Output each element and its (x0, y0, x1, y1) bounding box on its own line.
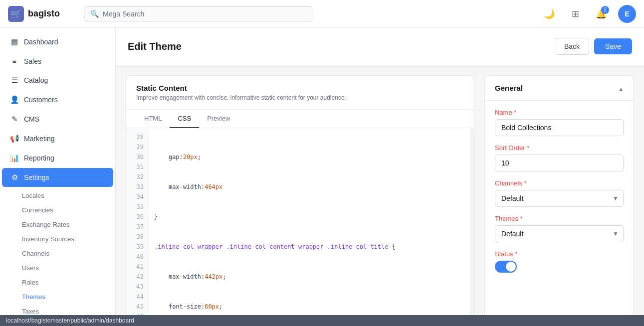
tab-html[interactable]: HTML (136, 110, 170, 128)
notification-badge: 2 (601, 6, 609, 14)
code-content[interactable]: gap:20px; max-width:464px } .inline-col-… (148, 128, 474, 315)
editor-tabs: HTML CSS Preview (126, 110, 474, 128)
sidebar-sub-menu: Locales Currencies Exchange Rates Invent… (0, 187, 115, 315)
name-input[interactable] (495, 119, 624, 136)
line-num-34: 34 (126, 192, 148, 202)
panel-collapse-icon[interactable] (619, 84, 624, 92)
line-num-31: 31 (126, 162, 148, 172)
sidebar-item-label: Catalog (24, 76, 48, 84)
sidebar-item-label: Customers (24, 96, 58, 104)
field-name: Name * (495, 109, 624, 136)
search-bar[interactable]: 🔍 (84, 6, 313, 21)
sales-icon: ≡ (10, 57, 19, 65)
sidebar-sub-taxes[interactable]: Taxes (0, 304, 115, 315)
sidebar-sub-inventory-sources[interactable]: Inventory Sources (0, 232, 115, 246)
line-num-29: 29 (126, 142, 148, 152)
notification-icon[interactable]: 🔔 2 (592, 5, 610, 23)
marketing-icon: 📢 (10, 134, 19, 143)
logo-text: bagisto (28, 8, 60, 19)
sidebar-item-label: Reporting (24, 154, 54, 162)
catalog-icon: ☰ (10, 76, 19, 85)
sidebar-item-label: Dashboard (24, 38, 58, 46)
panel-header: General (485, 76, 634, 101)
channels-select[interactable]: Default (495, 190, 624, 207)
line-num-30: 30 (126, 152, 148, 162)
status-toggle-wrapper (495, 261, 624, 273)
sidebar-sub-exchange-rates[interactable]: Exchange Rates (0, 217, 115, 232)
sidebar-item-customers[interactable]: 👤 Customers (2, 90, 113, 109)
sidebar-sub-themes[interactable]: Themes (0, 290, 115, 304)
field-sort-order: Sort Order * (495, 144, 624, 171)
page-header: Edit Theme Back Save (116, 28, 644, 65)
sort-order-label: Sort Order * (495, 144, 624, 152)
layout: ▦ Dashboard ≡ Sales ☰ Catalog 👤 Customer… (0, 28, 644, 315)
cms-icon: ✎ (10, 115, 19, 124)
scrollbar-track[interactable] (470, 128, 474, 315)
main-content: Edit Theme Back Save Static Content Impr… (116, 28, 644, 315)
sidebar-sub-currencies[interactable]: Currencies (0, 203, 115, 217)
line-num-42: 42 (126, 272, 148, 282)
themes-select-wrapper: Default ▼ (495, 225, 624, 242)
back-button[interactable]: Back (555, 38, 589, 55)
line-num-33: 33 (126, 182, 148, 192)
field-themes: Themes * Default ▼ (495, 215, 624, 242)
sidebar-item-sales[interactable]: ≡ Sales (2, 52, 113, 70)
content-area: Static Content Improve engagement with c… (116, 65, 644, 315)
sidebar-item-dashboard[interactable]: ▦ Dashboard (2, 32, 113, 51)
editor-card: Static Content Improve engagement with c… (126, 75, 474, 315)
themes-select[interactable]: Default (495, 225, 624, 242)
field-channels: Channels * Default ▼ (495, 179, 624, 207)
statusbar: localhost/bagistomaster/public/admin/das… (0, 315, 644, 326)
layout-icon[interactable]: ⊞ (566, 5, 584, 23)
line-num-40: 40 (126, 252, 148, 262)
sidebar-item-label: Settings (24, 173, 49, 181)
line-num-44: 44 (126, 292, 148, 302)
page-title: Edit Theme (128, 41, 182, 52)
sort-order-input[interactable] (495, 155, 624, 171)
sidebar-item-label: CMS (24, 115, 39, 123)
line-numbers: 28 29 30 31 32 33 34 35 36 37 38 39 40 4… (126, 128, 148, 315)
statusbar-url: localhost/bagistomaster/public/admin/das… (6, 317, 134, 324)
sidebar-item-settings[interactable]: ⚙ Settings (2, 168, 113, 187)
moon-icon[interactable]: 🌙 (540, 5, 558, 23)
line-num-38: 38 (126, 232, 148, 242)
code-line-31: .inline-col-wrapper .inline-col-content-… (154, 242, 468, 252)
sidebar-item-reporting[interactable]: 📊 Reporting (2, 149, 113, 167)
status-toggle[interactable] (495, 261, 517, 273)
editor-card-title: Static Content (136, 84, 464, 92)
sidebar-sub-users[interactable]: Users (0, 261, 115, 275)
settings-icon: ⚙ (10, 173, 19, 182)
logo[interactable]: 🛒 bagisto (8, 6, 78, 22)
code-line-28: gap:20px; (154, 152, 468, 162)
header: 🛒 bagisto 🔍 🌙 ⊞ 🔔 2 E (0, 0, 644, 28)
dashboard-icon: ▦ (10, 37, 19, 46)
sidebar-sub-channels[interactable]: Channels (0, 246, 115, 261)
avatar[interactable]: E (618, 5, 636, 23)
sidebar-item-catalog[interactable]: ☰ Catalog (2, 71, 113, 90)
sidebar-item-label: Marketing (24, 135, 54, 143)
logo-icon: 🛒 (8, 6, 24, 22)
line-num-28: 28 (126, 132, 148, 142)
page-actions: Back Save (555, 38, 632, 55)
sidebar-sub-locales[interactable]: Locales (0, 188, 115, 203)
sidebar-sub-roles[interactable]: Roles (0, 275, 115, 290)
tab-preview[interactable]: Preview (199, 110, 238, 128)
sidebar-item-cms[interactable]: ✎ CMS (2, 110, 113, 129)
panel-title: General (495, 84, 523, 92)
sidebar-item-marketing[interactable]: 📢 Marketing (2, 129, 113, 148)
editor-card-description: Improve engagement with concise, informa… (136, 94, 464, 101)
line-num-45: 45 (126, 302, 148, 312)
channels-label: Channels * (495, 179, 624, 187)
line-num-39: 39 (126, 242, 148, 252)
customers-icon: 👤 (10, 95, 19, 104)
channels-select-wrapper: Default ▼ (495, 190, 624, 207)
search-input[interactable] (103, 10, 307, 18)
save-button[interactable]: Save (594, 38, 632, 54)
sidebar-item-label: Sales (24, 57, 41, 65)
sidebar: ▦ Dashboard ≡ Sales ☰ Catalog 👤 Customer… (0, 28, 116, 315)
panel-body: Name * Sort Order * Channels (485, 101, 634, 281)
search-icon: 🔍 (90, 10, 99, 18)
field-status: Status * (495, 250, 624, 273)
tab-css[interactable]: CSS (170, 110, 199, 128)
code-line-32: max-width:442px; (154, 272, 468, 282)
